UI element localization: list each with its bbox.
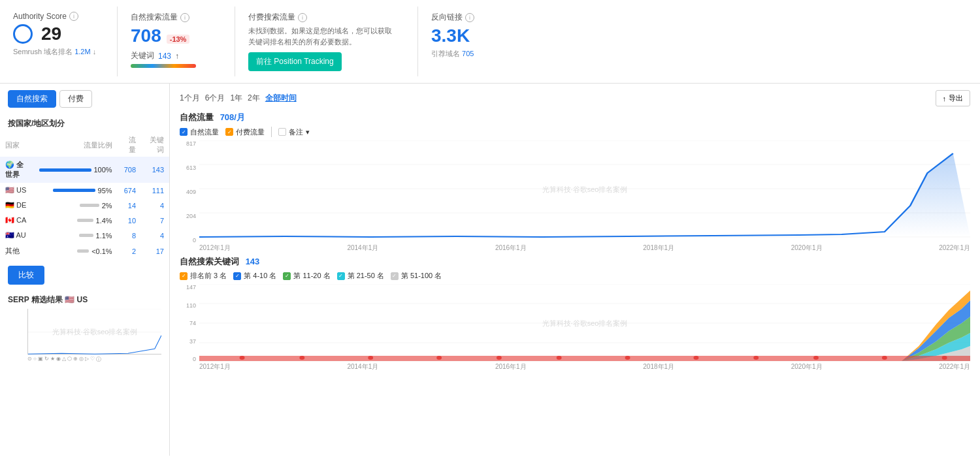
svg-point-22 [753,356,759,360]
serp-title: SERP 精选结果 🇺🇸 US [8,294,161,306]
notes-dropdown-icon[interactable]: ▾ [306,128,310,136]
col-keywords: 关键词 [141,133,169,157]
authority-score-info-icon[interactable]: i [69,12,78,21]
chart1-svg [199,140,970,238]
organic-traffic-block: 自然搜索流量 i 708 -13% 关键词 143 ↑ [118,7,235,76]
export-button[interactable]: ↑ 导出 [936,90,971,106]
country-table-row: 🇩🇪 DE 2% 14 4 [0,198,169,213]
organic-traffic-info-icon[interactable]: i [180,13,189,22]
time-buttons: 1个月 6个月 1年 2年 全部时间 [180,93,297,104]
authority-score-block: Authority Score i 29 Semrush 域名排名 1.2M ↓ [0,7,118,76]
chart1-title: 自然流量 708/月 [180,112,970,123]
position-tracking-button[interactable]: 前往 Position Tracking [248,52,342,71]
paid-traffic-label: 付费搜索流量 i [248,12,404,23]
chart2-value: 143 [246,257,260,266]
svg-point-25 [942,356,947,360]
svg-point-21 [694,356,699,360]
organic-traffic-label: 自然搜索流量 i [131,12,221,23]
chart2-x-axis: 2012年1月 2014年1月 2016年1月 2018年1月 2020年1月 … [180,362,970,371]
legend-paid-check[interactable]: ✓ [225,128,233,136]
paid-traffic-block: 付费搜索流量 i 未找到数据。如果这是您的域名，您可以获取关键词排名相关的所有必… [235,7,418,76]
backlinks-info-icon[interactable]: i [465,13,474,22]
chart1-y-axis: 817 613 409 204 0 [180,140,199,244]
col-country: 国家 [0,133,34,157]
legend-divider [271,127,272,137]
svg-rect-13 [199,356,970,361]
keyword-distribution-bar [131,64,196,68]
legend-paid: ✓ 付费流量 [225,127,265,137]
svg-point-18 [497,356,502,360]
authority-score-sub: Semrush 域名排名 1.2M ↓ [13,47,104,57]
svg-point-23 [813,356,819,360]
legend-notes-check[interactable] [278,128,286,136]
compare-button[interactable]: 比较 [8,266,44,285]
section-title-country: 按国家/地区划分 [0,114,169,133]
serp-icons-row: ⊙○▣↻★◉△⬡⊕◎▷♡ⓘ [27,356,161,363]
chart2-y-axis: 147 110 74 37 0 [180,284,199,362]
keyword-value[interactable]: 143 [158,52,171,61]
semrush-rank-link[interactable]: 1.2M [74,48,90,55]
authority-score-value: 29 [41,24,61,44]
main-content: 自然搜索 付费 按国家/地区划分 国家 流量比例 流量 关键词 🌍 全世界 10… [0,84,980,456]
ref-domains-link[interactable]: 705 [462,50,474,57]
tab-paid[interactable]: 付费 [59,90,92,108]
country-table-row: 🌍 全世界 100% 708 143 [0,157,169,183]
legend-21-50-check[interactable]: ✓ [337,272,345,280]
legend-11-20: ✓ 第 11-20 名 [283,271,330,281]
organic-traffic-badge: -13% [167,35,190,44]
time-6m[interactable]: 6个月 [205,93,225,104]
time-2y[interactable]: 2年 [248,93,260,104]
time-1m[interactable]: 1个月 [180,93,200,104]
svg-point-24 [882,356,887,360]
chart2-legend: ✓ 排名前 3 名 ✓ 第 4-10 名 ✓ 第 11-20 名 ✓ 第 21-… [180,271,970,281]
chart1-svg-area: 光算科技·谷歌seo排名案例 [199,140,970,238]
backlinks-block: 反向链接 i 3.3K 引荐域名 705 [418,7,980,76]
chart1-area-wrapper: 817 613 409 204 0 [180,140,970,244]
tab-organic[interactable]: 自然搜索 [8,90,56,108]
metrics-bar: Authority Score i 29 Semrush 域名排名 1.2M ↓… [0,0,980,84]
keyword-row: 关键词 143 ↑ [131,50,221,61]
legend-4-10: ✓ 第 4-10 名 [233,271,276,281]
svg-point-19 [557,356,562,360]
chart1-legend: ✓ 自然流量 ✓ 付费流量 备注 ▾ [180,127,970,137]
country-table-row: 🇦🇺 AU 1.1% 8 4 [0,228,169,243]
time-filter-row: 1个月 6个月 1年 2年 全部时间 ↑ 导出 [180,90,970,106]
serp-section: SERP 精选结果 🇺🇸 US 5% 3% 0% 光算科技·谷歌seo [0,291,169,366]
time-1y[interactable]: 1年 [230,93,242,104]
legend-51-100-check[interactable]: ✓ [391,272,399,280]
serp-chart-area: 光算科技·谷歌seo排名案例 [27,309,161,355]
svg-point-16 [368,356,373,360]
organic-traffic-value: 708 [131,25,161,46]
legend-organic-check[interactable]: ✓ [180,128,188,136]
country-table-row: 🇺🇸 US 95% 674 111 [0,183,169,198]
country-table-row: 其他 <0.1% 2 17 [0,243,169,259]
paid-traffic-info-icon[interactable]: i [298,13,307,22]
paid-traffic-info-text: 未找到数据。如果这是您的域名，您可以获取关键词排名相关的所有必要数据。 [248,25,392,47]
score-circle [13,24,33,44]
left-panel: 自然搜索 付费 按国家/地区划分 国家 流量比例 流量 关键词 🌍 全世界 10… [0,84,170,456]
legend-4-10-check[interactable]: ✓ [233,272,241,280]
legend-11-20-check[interactable]: ✓ [283,272,291,280]
backlinks-label: 反向链接 i [431,12,967,23]
legend-21-50: ✓ 第 21-50 名 [337,271,384,281]
svg-point-17 [436,356,442,360]
chart1-x-axis: 2012年1月 2014年1月 2016年1月 2018年1月 2020年1月 … [180,244,970,253]
serp-chart-svg [28,309,161,355]
legend-top3-check[interactable]: ✓ [180,272,188,280]
svg-point-14 [240,356,245,360]
tab-row: 自然搜索 付费 [0,90,169,114]
svg-point-15 [299,356,304,360]
chart2-title: 自然搜索关键词 143 [180,256,970,268]
chart2-area-wrapper: 147 110 74 37 0 [180,284,970,362]
time-all[interactable]: 全部时间 [265,93,297,104]
country-table: 国家 流量比例 流量 关键词 🌍 全世界 100% 708 143 🇺🇸 US [0,133,169,259]
legend-51-100: ✓ 第 51-100 名 [391,271,442,281]
legend-top3: ✓ 排名前 3 名 [180,271,227,281]
organic-traffic-chart-section: 自然流量 708/月 ✓ 自然流量 ✓ 付费流量 备注 ▾ [180,112,970,253]
chart1-value: 708/月 [220,112,245,122]
serp-chart-wrapper: 5% 3% 0% 光算科技·谷歌seo排名案例 ⊙○▣↻★◉△⬡⊕◎▷♡ⓘ [8,309,161,363]
organic-keywords-chart-section: 自然搜索关键词 143 ✓ 排名前 3 名 ✓ 第 4-10 名 ✓ 第 11-… [180,256,970,371]
backlinks-value: 3.3K [431,25,470,46]
col-traffic-pct: 流量比例 [34,133,118,157]
legend-organic: ✓ 自然流量 [180,127,219,137]
